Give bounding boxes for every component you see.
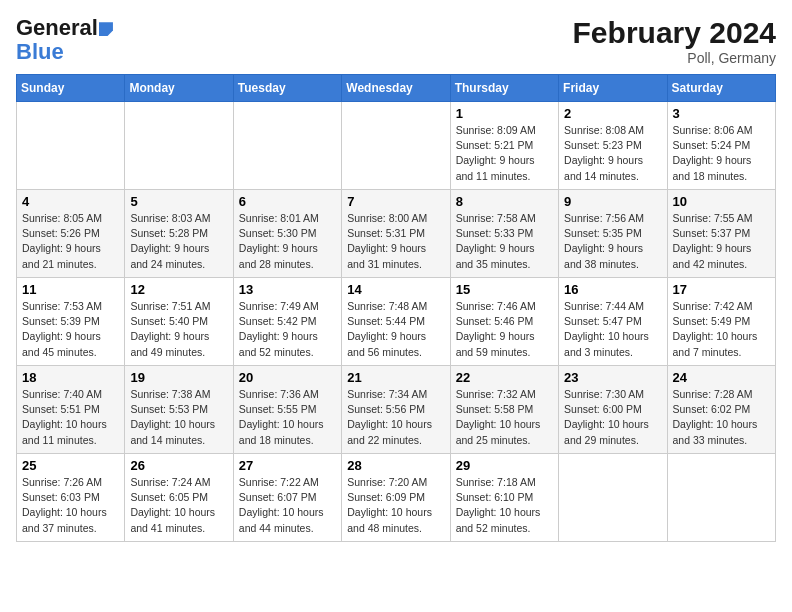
day-info: Sunrise: 7:55 AM Sunset: 5:37 PM Dayligh… — [673, 211, 770, 272]
calendar-cell: 19Sunrise: 7:38 AM Sunset: 5:53 PM Dayli… — [125, 366, 233, 454]
day-info: Sunrise: 8:03 AM Sunset: 5:28 PM Dayligh… — [130, 211, 227, 272]
month-year: February 2024 — [573, 16, 776, 50]
day-number: 1 — [456, 106, 553, 121]
day-info: Sunrise: 7:18 AM Sunset: 6:10 PM Dayligh… — [456, 475, 553, 536]
calendar-body: 1Sunrise: 8:09 AM Sunset: 5:21 PM Daylig… — [17, 102, 776, 542]
day-number: 7 — [347, 194, 444, 209]
day-info: Sunrise: 7:51 AM Sunset: 5:40 PM Dayligh… — [130, 299, 227, 360]
weekday-header-friday: Friday — [559, 75, 667, 102]
location: Poll, Germany — [573, 50, 776, 66]
calendar-cell — [125, 102, 233, 190]
day-info: Sunrise: 7:40 AM Sunset: 5:51 PM Dayligh… — [22, 387, 119, 448]
day-info: Sunrise: 7:48 AM Sunset: 5:44 PM Dayligh… — [347, 299, 444, 360]
logo-general: General — [16, 15, 98, 40]
day-info: Sunrise: 8:05 AM Sunset: 5:26 PM Dayligh… — [22, 211, 119, 272]
calendar-cell: 7Sunrise: 8:00 AM Sunset: 5:31 PM Daylig… — [342, 190, 450, 278]
day-info: Sunrise: 7:24 AM Sunset: 6:05 PM Dayligh… — [130, 475, 227, 536]
day-info: Sunrise: 7:34 AM Sunset: 5:56 PM Dayligh… — [347, 387, 444, 448]
calendar-cell: 1Sunrise: 8:09 AM Sunset: 5:21 PM Daylig… — [450, 102, 558, 190]
calendar-cell: 3Sunrise: 8:06 AM Sunset: 5:24 PM Daylig… — [667, 102, 775, 190]
calendar-cell: 21Sunrise: 7:34 AM Sunset: 5:56 PM Dayli… — [342, 366, 450, 454]
day-info: Sunrise: 7:38 AM Sunset: 5:53 PM Dayligh… — [130, 387, 227, 448]
day-number: 9 — [564, 194, 661, 209]
day-number: 13 — [239, 282, 336, 297]
day-info: Sunrise: 7:58 AM Sunset: 5:33 PM Dayligh… — [456, 211, 553, 272]
calendar-cell: 28Sunrise: 7:20 AM Sunset: 6:09 PM Dayli… — [342, 454, 450, 542]
day-info: Sunrise: 8:06 AM Sunset: 5:24 PM Dayligh… — [673, 123, 770, 184]
calendar-cell: 23Sunrise: 7:30 AM Sunset: 6:00 PM Dayli… — [559, 366, 667, 454]
day-number: 29 — [456, 458, 553, 473]
day-number: 24 — [673, 370, 770, 385]
day-info: Sunrise: 8:00 AM Sunset: 5:31 PM Dayligh… — [347, 211, 444, 272]
day-info: Sunrise: 7:46 AM Sunset: 5:46 PM Dayligh… — [456, 299, 553, 360]
calendar-cell: 8Sunrise: 7:58 AM Sunset: 5:33 PM Daylig… — [450, 190, 558, 278]
day-number: 12 — [130, 282, 227, 297]
calendar-week-2: 4Sunrise: 8:05 AM Sunset: 5:26 PM Daylig… — [17, 190, 776, 278]
calendar-cell: 6Sunrise: 8:01 AM Sunset: 5:30 PM Daylig… — [233, 190, 341, 278]
calendar-week-1: 1Sunrise: 8:09 AM Sunset: 5:21 PM Daylig… — [17, 102, 776, 190]
calendar-cell: 10Sunrise: 7:55 AM Sunset: 5:37 PM Dayli… — [667, 190, 775, 278]
page-header: General Blue February 2024 Poll, Germany — [16, 16, 776, 66]
day-info: Sunrise: 7:36 AM Sunset: 5:55 PM Dayligh… — [239, 387, 336, 448]
day-info: Sunrise: 7:44 AM Sunset: 5:47 PM Dayligh… — [564, 299, 661, 360]
calendar-cell: 2Sunrise: 8:08 AM Sunset: 5:23 PM Daylig… — [559, 102, 667, 190]
calendar-cell: 14Sunrise: 7:48 AM Sunset: 5:44 PM Dayli… — [342, 278, 450, 366]
logo-icon — [99, 22, 113, 36]
day-number: 15 — [456, 282, 553, 297]
day-number: 20 — [239, 370, 336, 385]
day-number: 2 — [564, 106, 661, 121]
calendar-cell: 22Sunrise: 7:32 AM Sunset: 5:58 PM Dayli… — [450, 366, 558, 454]
day-info: Sunrise: 7:56 AM Sunset: 5:35 PM Dayligh… — [564, 211, 661, 272]
weekday-header-thursday: Thursday — [450, 75, 558, 102]
calendar-week-3: 11Sunrise: 7:53 AM Sunset: 5:39 PM Dayli… — [17, 278, 776, 366]
day-number: 17 — [673, 282, 770, 297]
weekday-header-row: SundayMondayTuesdayWednesdayThursdayFrid… — [17, 75, 776, 102]
day-number: 19 — [130, 370, 227, 385]
day-number: 28 — [347, 458, 444, 473]
day-info: Sunrise: 8:01 AM Sunset: 5:30 PM Dayligh… — [239, 211, 336, 272]
day-info: Sunrise: 7:26 AM Sunset: 6:03 PM Dayligh… — [22, 475, 119, 536]
logo-blue: Blue — [16, 40, 116, 64]
day-number: 23 — [564, 370, 661, 385]
calendar-cell: 9Sunrise: 7:56 AM Sunset: 5:35 PM Daylig… — [559, 190, 667, 278]
weekday-header-saturday: Saturday — [667, 75, 775, 102]
calendar-table: SundayMondayTuesdayWednesdayThursdayFrid… — [16, 74, 776, 542]
title-area: February 2024 Poll, Germany — [573, 16, 776, 66]
calendar-cell: 29Sunrise: 7:18 AM Sunset: 6:10 PM Dayli… — [450, 454, 558, 542]
day-number: 4 — [22, 194, 119, 209]
calendar-cell — [342, 102, 450, 190]
weekday-header-monday: Monday — [125, 75, 233, 102]
calendar-cell: 16Sunrise: 7:44 AM Sunset: 5:47 PM Dayli… — [559, 278, 667, 366]
day-info: Sunrise: 7:53 AM Sunset: 5:39 PM Dayligh… — [22, 299, 119, 360]
day-number: 6 — [239, 194, 336, 209]
calendar-cell: 26Sunrise: 7:24 AM Sunset: 6:05 PM Dayli… — [125, 454, 233, 542]
calendar-cell: 24Sunrise: 7:28 AM Sunset: 6:02 PM Dayli… — [667, 366, 775, 454]
day-info: Sunrise: 8:08 AM Sunset: 5:23 PM Dayligh… — [564, 123, 661, 184]
calendar-cell — [559, 454, 667, 542]
day-number: 14 — [347, 282, 444, 297]
day-number: 22 — [456, 370, 553, 385]
calendar-cell: 17Sunrise: 7:42 AM Sunset: 5:49 PM Dayli… — [667, 278, 775, 366]
calendar-week-5: 25Sunrise: 7:26 AM Sunset: 6:03 PM Dayli… — [17, 454, 776, 542]
day-info: Sunrise: 7:49 AM Sunset: 5:42 PM Dayligh… — [239, 299, 336, 360]
day-number: 3 — [673, 106, 770, 121]
day-info: Sunrise: 7:20 AM Sunset: 6:09 PM Dayligh… — [347, 475, 444, 536]
weekday-header-wednesday: Wednesday — [342, 75, 450, 102]
calendar-cell: 25Sunrise: 7:26 AM Sunset: 6:03 PM Dayli… — [17, 454, 125, 542]
day-number: 11 — [22, 282, 119, 297]
day-number: 21 — [347, 370, 444, 385]
calendar-cell: 20Sunrise: 7:36 AM Sunset: 5:55 PM Dayli… — [233, 366, 341, 454]
calendar-cell: 27Sunrise: 7:22 AM Sunset: 6:07 PM Dayli… — [233, 454, 341, 542]
calendar-cell: 12Sunrise: 7:51 AM Sunset: 5:40 PM Dayli… — [125, 278, 233, 366]
calendar-cell: 18Sunrise: 7:40 AM Sunset: 5:51 PM Dayli… — [17, 366, 125, 454]
calendar-cell: 15Sunrise: 7:46 AM Sunset: 5:46 PM Dayli… — [450, 278, 558, 366]
weekday-header-sunday: Sunday — [17, 75, 125, 102]
calendar-cell — [17, 102, 125, 190]
day-number: 16 — [564, 282, 661, 297]
weekday-header-tuesday: Tuesday — [233, 75, 341, 102]
day-info: Sunrise: 8:09 AM Sunset: 5:21 PM Dayligh… — [456, 123, 553, 184]
day-number: 25 — [22, 458, 119, 473]
logo: General Blue — [16, 16, 116, 64]
calendar-cell: 11Sunrise: 7:53 AM Sunset: 5:39 PM Dayli… — [17, 278, 125, 366]
day-number: 18 — [22, 370, 119, 385]
